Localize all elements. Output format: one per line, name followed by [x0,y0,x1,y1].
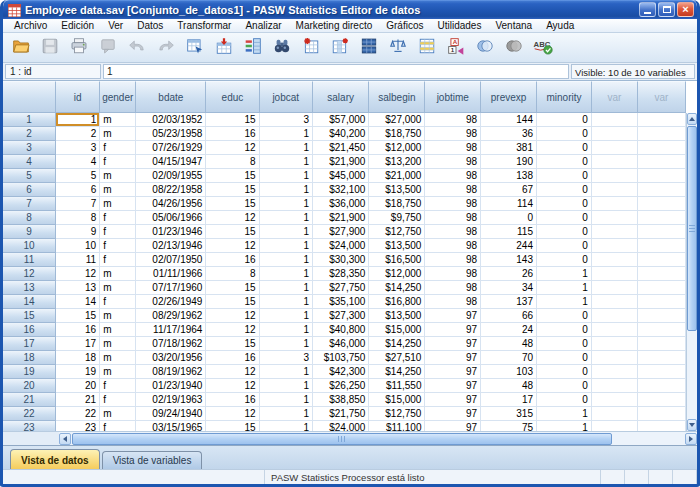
cell-prevexp-row4[interactable]: 190 [481,155,537,169]
h-scroll-track[interactable] [71,433,685,445]
cell-jobtime-row6[interactable]: 98 [425,183,481,197]
menu-ventana[interactable]: Ventana [488,19,539,32]
cell-minority-row7[interactable]: 0 [537,197,592,211]
cell-salbegin-row6[interactable]: $13,500 [369,183,425,197]
cell-id-row9[interactable]: 9 [56,225,100,239]
cell-var-row22[interactable] [638,407,686,421]
cell-jobcat-row23[interactable]: 1 [260,421,313,431]
cell-jobcat-row2[interactable]: 1 [260,127,313,141]
cell-salary-row22[interactable]: $21,750 [313,407,369,421]
cell-salary-row19[interactable]: $42,300 [313,365,369,379]
cell-prevexp-row3[interactable]: 381 [481,141,537,155]
cell-var-row12[interactable] [592,267,638,281]
cell-prevexp-row15[interactable]: 66 [481,309,537,323]
cell-gender-row20[interactable]: f [100,379,136,393]
cell-prevexp-row1[interactable]: 144 [481,113,537,127]
cell-id-row22[interactable]: 22 [56,407,100,421]
cell-salbegin-row21[interactable]: $15,000 [369,393,425,407]
scroll-right-button[interactable] [685,433,697,445]
cell-minority-row13[interactable]: 1 [537,281,592,295]
cell-prevexp-row2[interactable]: 36 [481,127,537,141]
cell-jobcat-row1[interactable]: 3 [260,113,313,127]
cell-jobtime-row20[interactable]: 97 [425,379,481,393]
cell-jobcat-row18[interactable]: 3 [260,351,313,365]
cell-var-row10[interactable] [638,239,686,253]
row-header-2[interactable]: 2 [3,127,56,141]
cell-educ-row20[interactable]: 12 [206,379,259,393]
cell-bdate-row21[interactable]: 02/19/1963 [136,393,206,407]
cell-bdate-row12[interactable]: 01/11/1966 [136,267,206,281]
cell-var-row5[interactable] [592,169,638,183]
cell-minority-row22[interactable]: 1 [537,407,592,421]
cell-id-row20[interactable]: 20 [56,379,100,393]
cell-jobtime-row14[interactable]: 98 [425,295,481,309]
cell-id-row4[interactable]: 4 [56,155,100,169]
cell-salary-row21[interactable]: $38,850 [313,393,369,407]
print-button[interactable] [65,35,93,61]
cell-var-row17[interactable] [592,337,638,351]
cell-prevexp-row10[interactable]: 244 [481,239,537,253]
cell-id-row7[interactable]: 7 [56,197,100,211]
cell-jobcat-row16[interactable]: 1 [260,323,313,337]
cell-jobtime-row22[interactable]: 97 [425,407,481,421]
insert-variable-button[interactable] [326,35,354,61]
cell-jobcat-row14[interactable]: 1 [260,295,313,309]
cell-minority-row15[interactable]: 0 [537,309,592,323]
cell-salbegin-row11[interactable]: $16,500 [369,253,425,267]
cell-bdate-row11[interactable]: 02/07/1950 [136,253,206,267]
cell-bdate-row5[interactable]: 02/09/1955 [136,169,206,183]
value-labels-button[interactable]: A1 [442,35,470,61]
cell-jobtime-row16[interactable]: 97 [425,323,481,337]
cell-prevexp-row17[interactable]: 48 [481,337,537,351]
goto-variable-button[interactable] [210,35,238,61]
row-header-16[interactable]: 16 [3,323,56,337]
menu-ver[interactable]: Ver [101,19,130,32]
cell-minority-row6[interactable]: 0 [537,183,592,197]
cell-prevexp-row22[interactable]: 315 [481,407,537,421]
row-header-4[interactable]: 4 [3,155,56,169]
cell-minority-row5[interactable]: 0 [537,169,592,183]
cell-jobcat-row3[interactable]: 1 [260,141,313,155]
cell-var-row13[interactable] [638,281,686,295]
show-all-variables-button[interactable] [500,35,528,61]
cell-jobtime-row10[interactable]: 98 [425,239,481,253]
cell-id-row23[interactable]: 23 [56,421,100,431]
cell-var-row13[interactable] [592,281,638,295]
cell-prevexp-row7[interactable]: 114 [481,197,537,211]
cell-educ-row9[interactable]: 15 [206,225,259,239]
cell-bdate-row1[interactable]: 02/03/1952 [136,113,206,127]
cell-gender-row22[interactable]: m [100,407,136,421]
cell-id-row10[interactable]: 10 [56,239,100,253]
variables-button[interactable] [239,35,267,61]
cell-salary-row7[interactable]: $36,000 [313,197,369,211]
cell-bdate-row18[interactable]: 03/20/1956 [136,351,206,365]
cell-salary-row10[interactable]: $24,000 [313,239,369,253]
cell-prevexp-row13[interactable]: 34 [481,281,537,295]
menu-analizar[interactable]: Analizar [238,19,288,32]
cell-educ-row19[interactable]: 12 [206,365,259,379]
tab-vista-de-datos[interactable]: Vista de datos [10,449,100,469]
cell-var-row22[interactable] [592,407,638,421]
menu-ayuda[interactable]: Ayuda [539,19,581,32]
cell-salary-row23[interactable]: $24,000 [313,421,369,431]
menu-edicion[interactable]: Edición [54,19,101,32]
cell-gender-row23[interactable]: f [100,421,136,431]
cell-jobtime-row3[interactable]: 98 [425,141,481,155]
cell-var-row15[interactable] [592,309,638,323]
cell-minority-row11[interactable]: 0 [537,253,592,267]
cell-minority-row14[interactable]: 1 [537,295,592,309]
column-header-gender[interactable]: gender [100,81,136,113]
cell-educ-row13[interactable]: 15 [206,281,259,295]
row-header-5[interactable]: 5 [3,169,56,183]
cell-jobtime-row17[interactable]: 97 [425,337,481,351]
cell-var-row6[interactable] [592,183,638,197]
cell-minority-row23[interactable]: 1 [537,421,592,431]
cell-id-row17[interactable]: 17 [56,337,100,351]
cell-jobcat-row22[interactable]: 1 [260,407,313,421]
menu-transformar[interactable]: Transformar [170,19,238,32]
cell-educ-row10[interactable]: 12 [206,239,259,253]
cell-id-row6[interactable]: 6 [56,183,100,197]
cell-educ-row5[interactable]: 15 [206,169,259,183]
cell-jobcat-row9[interactable]: 1 [260,225,313,239]
cell-gender-row19[interactable]: m [100,365,136,379]
